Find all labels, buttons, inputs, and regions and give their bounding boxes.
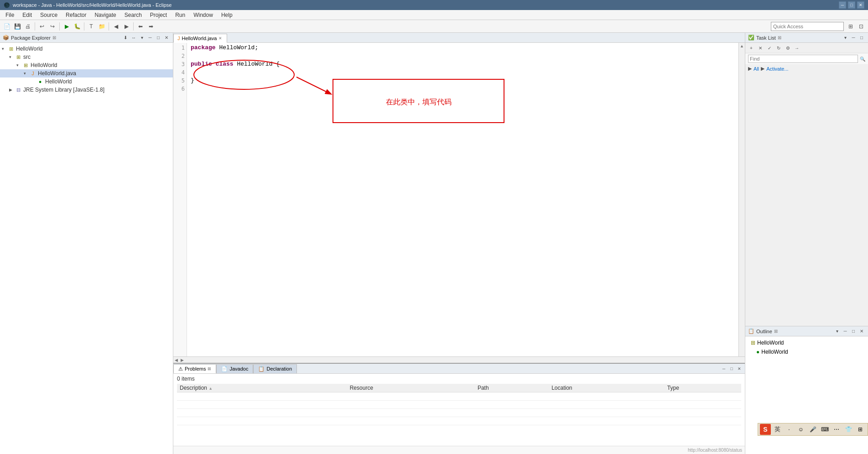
code-content[interactable]: package HelloWorld; public class HelloWo…	[187, 43, 738, 356]
main-content: J HelloWorld.java ✕ 1 2 3 4 5 6	[173, 33, 745, 454]
outline-item-helloworld-class[interactable]: ⊞ HelloWorld	[747, 338, 866, 347]
tab-problems[interactable]: ⚠ Problems ⊠	[173, 364, 216, 373]
problems-tab-close[interactable]: ⊠	[208, 366, 211, 371]
editor-bottom-split: J HelloWorld.java ✕ 1 2 3 4 5 6	[173, 33, 745, 454]
menu-run[interactable]: Run	[172, 11, 189, 19]
back-button[interactable]: ⬅	[135, 21, 146, 31]
tab-close-button[interactable]: ✕	[218, 36, 222, 41]
ime-punctuation[interactable]: ·	[784, 424, 795, 435]
ime-emoji[interactable]: ☺	[795, 424, 806, 435]
scroll-up-button[interactable]: ▲	[740, 44, 744, 48]
activate-link[interactable]: Activate...	[766, 66, 788, 72]
undo-button[interactable]: ↩	[37, 21, 47, 31]
menu-source[interactable]: Source	[36, 11, 61, 19]
close-panel-button[interactable]: ✕	[163, 34, 170, 41]
menu-window[interactable]: Window	[190, 11, 217, 19]
minimize-button[interactable]: ─	[839, 1, 846, 9]
outline-item-helloworld-method[interactable]: ● HelloWorld	[747, 347, 866, 356]
ime-sogou-icon[interactable]: S	[760, 424, 771, 435]
find-search-icon[interactable]: 🔍	[860, 57, 865, 62]
forward-button[interactable]: ➡	[146, 21, 156, 31]
open-perspective-button[interactable]: ⊡	[856, 21, 866, 31]
task-settings-button[interactable]: ⚙	[784, 44, 792, 52]
bottom-minimize-button[interactable]: ─	[720, 365, 728, 372]
outline-maximize-button[interactable]: □	[850, 328, 857, 335]
editor-with-scroll: 1 2 3 4 5 6 package HelloWorld; public c…	[173, 43, 745, 356]
outline-menu-button[interactable]: ▾	[833, 328, 841, 335]
bottom-content: 0 items Description ▲ Resource Path Loca…	[173, 374, 745, 446]
tree-item-jre-library[interactable]: ▶ ⊟ JRE System Library [JavaSE-1.8]	[0, 86, 173, 94]
ime-shirt[interactable]: 👕	[843, 424, 854, 435]
menu-file[interactable]: File	[2, 11, 18, 19]
link-editor-button[interactable]: ↔	[130, 34, 137, 41]
scroll-right-button[interactable]: ▶	[179, 358, 185, 362]
tree-item-helloworld-package[interactable]: ▾ ⊞ HelloWorld	[0, 61, 173, 69]
prev-edit-button[interactable]: ◀	[111, 21, 121, 31]
scroll-left-button[interactable]: ◀	[173, 358, 179, 362]
remove-task-button[interactable]: ✕	[756, 44, 764, 52]
tree-item-helloworld-project[interactable]: ▾ ⊞ HelloWorld	[0, 45, 173, 53]
status-bar: http://localhost:8080/status	[173, 446, 745, 454]
bottom-close-button[interactable]: ✕	[736, 365, 743, 372]
minimize-panel-button[interactable]: ─	[146, 34, 154, 41]
next-edit-button[interactable]: ▶	[121, 21, 131, 31]
menu-help[interactable]: Help	[218, 11, 236, 19]
ime-keyboard[interactable]: ⌨	[819, 424, 830, 435]
new-task-button[interactable]: +	[747, 44, 755, 52]
print-button[interactable]: 🖨	[23, 21, 33, 31]
menu-search[interactable]: Search	[121, 11, 146, 19]
task-maximize-button[interactable]: □	[858, 34, 865, 41]
tab-javadoc[interactable]: 📄 Javadoc	[216, 364, 253, 373]
task-forward-button[interactable]: →	[793, 44, 801, 52]
perspectives-button[interactable]: ⊞	[846, 21, 856, 31]
find-input[interactable]	[748, 55, 858, 63]
tab-declaration[interactable]: 📋 Declaration	[253, 364, 297, 373]
tab-helloworld-java[interactable]: J HelloWorld.java ✕	[173, 34, 227, 43]
refresh-task-button[interactable]: ↻	[774, 44, 783, 52]
maximize-panel-button[interactable]: □	[155, 34, 162, 41]
editor-area: J HelloWorld.java ✕ 1 2 3 4 5 6	[173, 33, 745, 363]
menu-project[interactable]: Project	[146, 11, 171, 19]
open-resource-button[interactable]: 📁	[97, 21, 107, 31]
save-button[interactable]: 💾	[12, 21, 22, 31]
run-button[interactable]: ▶	[62, 21, 72, 31]
new-button[interactable]: 📄	[2, 21, 12, 31]
ime-settings2[interactable]: ⋯	[831, 424, 842, 435]
declaration-icon: 📋	[258, 366, 265, 372]
collapse-all-button[interactable]: ⬇	[122, 34, 129, 41]
library-icon: ⊟	[15, 86, 22, 93]
bottom-maximize-button[interactable]: □	[728, 365, 735, 372]
menu-refactor[interactable]: Refactor	[62, 11, 90, 19]
panel-menu-button[interactable]: ▾	[138, 34, 146, 41]
tab-label-helloworld: HelloWorld.java	[182, 36, 217, 41]
close-button[interactable]: ✕	[857, 1, 864, 9]
toolbar-separator-2	[59, 22, 60, 31]
task-menu-button[interactable]: ▾	[842, 34, 849, 41]
redo-button[interactable]: ↪	[47, 21, 57, 31]
maximize-button[interactable]: □	[848, 1, 855, 9]
tree-arrow: ▾	[16, 63, 22, 67]
package-icon: ⊞	[22, 62, 29, 69]
tree-item-src[interactable]: ▾ ⊞ src	[0, 53, 173, 61]
mark-done-button[interactable]: ✓	[765, 44, 774, 52]
outline-method-label: HelloWorld	[761, 349, 788, 355]
code-editor[interactable]: 1 2 3 4 5 6 package HelloWorld; public c…	[173, 43, 745, 356]
ime-mic[interactable]: 🎤	[807, 424, 818, 435]
vertical-scrollbar[interactable]: ▲	[738, 43, 745, 356]
menu-edit[interactable]: Edit	[19, 11, 36, 19]
menu-navigate[interactable]: Navigate	[91, 11, 120, 19]
outline-close-button[interactable]: ✕	[858, 328, 865, 335]
col-type: Type	[665, 384, 741, 392]
horizontal-scrollbar[interactable]: ◀ ▶	[173, 356, 745, 363]
ime-lang-toggle[interactable]: 英	[772, 424, 783, 435]
tree-item-helloworld-java[interactable]: ▾ J HelloWorld.java	[0, 69, 173, 77]
debug-button[interactable]: 🐛	[72, 21, 82, 31]
outline-minimize-button[interactable]: ─	[842, 328, 849, 335]
quick-access-input[interactable]	[771, 22, 844, 31]
open-type-button[interactable]: T	[86, 21, 96, 31]
ime-apps[interactable]: ⊞	[855, 424, 866, 435]
all-filter-link[interactable]: All	[754, 66, 759, 72]
bottom-panel: ⚠ Problems ⊠ 📄 Javadoc 📋 Declaration ─	[173, 363, 745, 454]
task-minimize-button[interactable]: ─	[850, 34, 857, 41]
tree-item-helloworld-class[interactable]: ▾ ● HelloWorld	[0, 77, 173, 86]
